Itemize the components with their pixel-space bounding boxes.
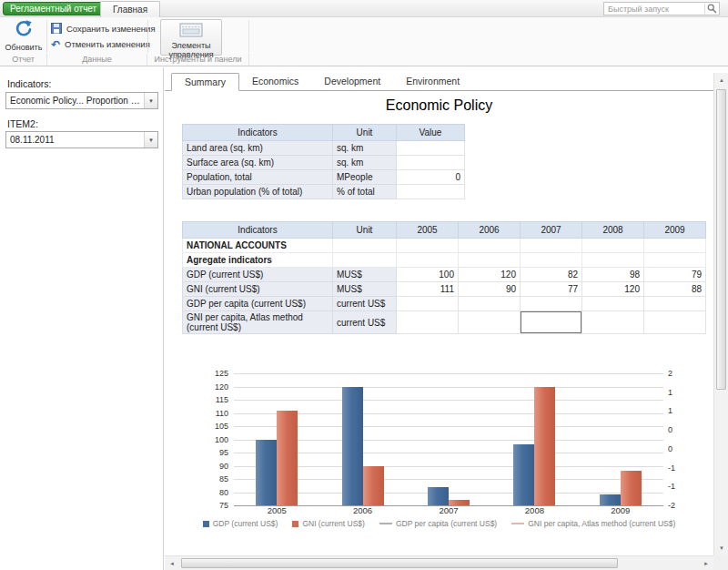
table-row: GDP per capita (current US$)current US$ [183, 297, 706, 311]
cell-value[interactable]: 82 [521, 268, 582, 282]
tab-home[interactable]: Главная [100, 1, 160, 17]
cell-value[interactable] [644, 297, 706, 311]
cell-value[interactable]: 79 [644, 268, 706, 282]
cell-value[interactable] [582, 253, 644, 268]
horizontal-scrollbar-thumb[interactable] [181, 558, 618, 568]
column-header: Value [397, 125, 465, 141]
column-header: Indicators [183, 125, 333, 141]
gridline [234, 387, 663, 388]
scroll-left-icon[interactable]: ◄ [165, 556, 179, 570]
cell-value[interactable] [397, 253, 459, 268]
cell-indicator: Population, total [183, 170, 333, 185]
tab-summary[interactable]: Summary [171, 73, 239, 91]
chevron-down-icon[interactable]: ▼ [144, 93, 157, 108]
column-header: Unit [333, 125, 397, 141]
quick-search-box[interactable] [603, 2, 720, 15]
cell-unit: sq. km [333, 141, 397, 156]
scroll-up-icon[interactable]: ▲ [714, 73, 728, 87]
undo-changes-button[interactable]: ↶ Отменить изменения [51, 37, 150, 51]
cell-value[interactable]: 100 [397, 268, 459, 282]
summary-table: IndicatorsUnitValueLand area (sq. km)sq.… [182, 124, 465, 199]
cell-value[interactable] [397, 141, 465, 156]
cell-value[interactable]: 88 [644, 282, 706, 297]
cell-value[interactable]: 120 [582, 282, 644, 297]
cell-value[interactable] [521, 297, 582, 311]
cell-unit: % of total [333, 185, 397, 199]
cell-indicator: GDP (current US$) [183, 268, 333, 282]
right-axis-tick-label: 0 [668, 444, 682, 453]
horizontal-scrollbar[interactable]: ◄ ► [165, 555, 713, 570]
legend-item: GDP per capita (current US$) [379, 519, 497, 528]
cell-value[interactable] [459, 239, 521, 253]
cell-value[interactable] [397, 311, 459, 334]
table-row: Agregate indicators [183, 253, 706, 268]
gridline [234, 400, 663, 401]
table-row: Population, totalMPeople0 [183, 170, 465, 185]
sidebar: Indicators: Economic Policy... Proportio… [0, 67, 164, 570]
tab-environment[interactable]: Environment [393, 73, 472, 90]
cell-indicator: GNI per capita, Atlas method (current US… [183, 311, 333, 334]
cell-value[interactable]: 98 [582, 268, 644, 282]
cell-value[interactable] [397, 297, 459, 311]
cell-value[interactable] [582, 297, 644, 311]
page-title: Economic Policy [165, 97, 713, 114]
cell-value[interactable] [397, 239, 459, 253]
cell-value[interactable] [644, 239, 706, 253]
legend-swatch [203, 521, 209, 527]
item2-select[interactable]: 08.11.2011 ▼ [5, 131, 158, 148]
save-changes-button[interactable]: Сохранить изменения [51, 22, 156, 36]
cell-value[interactable] [644, 311, 706, 334]
left-axis-tick-label: 100 [196, 435, 228, 444]
cell-value[interactable] [459, 311, 521, 334]
gridline [234, 479, 663, 480]
ribbon-group-label: Инструменты и панели [147, 54, 249, 66]
controls-button[interactable]: Элементы управления [160, 19, 222, 56]
table-row: GNI (current US$)MUS$111907712088 [183, 282, 706, 297]
bar-2009-series0 [600, 494, 621, 505]
vertical-scrollbar-thumb[interactable] [716, 89, 726, 390]
gridline [234, 493, 663, 494]
cell-value[interactable] [459, 253, 521, 268]
refresh-button[interactable]: Обновить [2, 19, 46, 55]
search-input[interactable] [604, 5, 704, 14]
right-axis-tick-label: -1 [668, 482, 682, 491]
cell-unit: MUS$ [333, 282, 397, 297]
scroll-down-icon[interactable]: ▼ [714, 541, 728, 555]
tab-economics[interactable]: Economics [239, 73, 311, 90]
left-axis-tick-label: 115 [196, 395, 228, 404]
application-window: Регламентный отчет ▼ Главная Обновить Со… [0, 0, 728, 570]
cell-value[interactable] [459, 297, 521, 311]
tab-development[interactable]: Development [311, 73, 393, 90]
cell-value[interactable] [521, 253, 582, 268]
scrollbar-corner [713, 555, 728, 570]
bar-2008-series1 [534, 387, 555, 506]
cell-value[interactable]: 90 [459, 282, 521, 297]
search-icon[interactable] [705, 4, 719, 14]
cell-indicator: Land area (sq. km) [183, 141, 333, 156]
cell-value[interactable] [521, 239, 582, 253]
chevron-down-icon[interactable]: ▼ [144, 132, 157, 148]
cell-value[interactable]: 0 [397, 170, 465, 185]
cell-value[interactable]: 111 [397, 282, 459, 297]
cell-value[interactable]: 77 [521, 282, 582, 297]
scroll-right-icon[interactable]: ► [699, 556, 713, 570]
right-axis-tick-label: 1 [668, 388, 682, 397]
right-axis-tick-label: 2 [668, 369, 682, 378]
vertical-scrollbar[interactable]: ▲ ▼ [713, 73, 728, 555]
selected-cell[interactable] [521, 311, 582, 334]
bar-2008-series0 [513, 444, 534, 505]
table-row: GNI per capita, Atlas method (current US… [183, 311, 706, 334]
cell-value[interactable] [582, 311, 644, 334]
right-axis-tick-label: 0 [668, 425, 682, 434]
bar-chart: 125120115110105100959085807521100-1-1-22… [196, 369, 682, 524]
table-row: GDP (current US$)MUS$100120829879 [183, 268, 706, 282]
gridline [234, 413, 663, 414]
cell-value[interactable]: 120 [459, 268, 521, 282]
cell-indicator: Agregate indicators [183, 253, 333, 268]
cell-value[interactable] [582, 239, 644, 253]
cell-value[interactable] [644, 253, 706, 268]
indicators-select[interactable]: Economic Policy... Proportion of s... (1… [5, 92, 158, 109]
cell-value[interactable] [397, 185, 465, 199]
cell-value[interactable] [397, 156, 465, 170]
report-menu-button[interactable]: Регламентный отчет ▼ [3, 2, 115, 15]
